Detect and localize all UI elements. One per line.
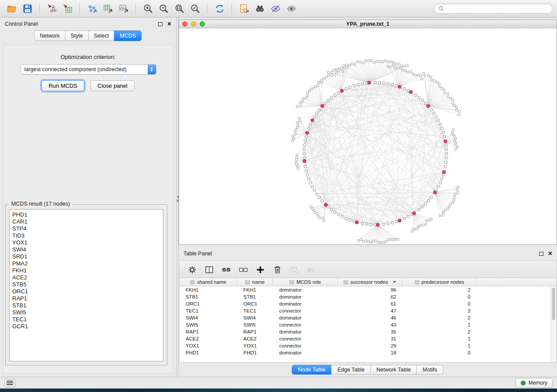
export-network-button[interactable] — [85, 2, 99, 15]
tab-select[interactable]: Select — [88, 31, 115, 41]
mcds-result-item[interactable]: SWI4 — [10, 246, 163, 253]
table-scrollbar[interactable] — [550, 287, 556, 362]
memory-label: Memory — [529, 380, 547, 386]
cell-predecessor-nodes: 1 — [402, 321, 477, 328]
hide-selected-button[interactable] — [268, 2, 283, 15]
table-row[interactable]: STB1STB1dominator620 — [180, 293, 556, 300]
column-header-predecessor-nodes[interactable]: predecessor nodes — [402, 278, 477, 286]
find-button[interactable] — [253, 2, 267, 15]
cell-predecessor-nodes: 0 — [402, 300, 477, 307]
table-row[interactable]: FKH1FKH1dominator962 — [180, 286, 556, 293]
zoom-selected-button[interactable] — [188, 2, 202, 15]
cell-name: PHD1 — [237, 349, 273, 356]
svg-text:f(x): f(x) — [308, 267, 315, 273]
export-table-button[interactable] — [100, 2, 115, 15]
memory-status-icon — [521, 381, 526, 385]
table-row[interactable]: RAP1RAP1dominator352 — [180, 328, 556, 335]
float-panel-icon[interactable] — [158, 22, 163, 26]
mcds-result-item[interactable]: PHD1 — [10, 211, 163, 218]
delete-columns-button[interactable] — [271, 263, 284, 276]
maximize-window-icon[interactable] — [200, 21, 205, 27]
delete-table-icon — [290, 265, 299, 275]
mcds-result-item[interactable]: STB5 — [10, 281, 163, 288]
table-row[interactable]: TEC1TEC1connector472 — [180, 307, 556, 314]
menu-icon[interactable] — [4, 379, 15, 387]
create-column-button[interactable] — [254, 263, 267, 276]
mcds-result-item[interactable]: FKH1 — [10, 267, 163, 274]
network-window: YPA_prune.txt_1 — [179, 20, 557, 245]
tab-edge-table[interactable]: Edge Table — [331, 365, 370, 375]
float-table-panel-icon[interactable] — [539, 252, 543, 256]
export-image-button[interactable] — [116, 2, 131, 15]
show-all-button[interactable] — [284, 2, 298, 15]
table-row[interactable]: SWI4SWI4dominator462 — [180, 314, 556, 321]
mcds-result-item[interactable]: RAP1 — [10, 295, 163, 302]
tab-network[interactable]: Network — [34, 31, 66, 41]
column-header-shared-name[interactable]: shared name — [180, 278, 237, 286]
column-header-successor-nodes[interactable]: successor nodes — [338, 278, 402, 286]
tab-node-table[interactable]: Node Table — [292, 365, 332, 375]
mcds-result-item[interactable]: GCR1 — [10, 323, 163, 330]
tab-network-table[interactable]: Network Table — [370, 365, 417, 375]
column-label: MCDS role — [296, 279, 321, 285]
search-box[interactable] — [434, 3, 553, 14]
close-panel-icon[interactable]: × — [167, 21, 171, 27]
mcds-result-item[interactable]: STP4 — [10, 225, 163, 232]
mcds-result-item[interactable]: TEC1 — [10, 316, 163, 323]
cell-successor-nodes: 96 — [338, 286, 402, 293]
network-title: YPA_prune.txt_1 — [179, 21, 557, 27]
tab-motifs[interactable]: Motifs — [416, 365, 443, 375]
mcds-result-item[interactable]: PMA2 — [10, 260, 163, 267]
control-panel: Control Panel × NetworkStyleSelectMCDS O… — [0, 17, 176, 377]
network-graph[interactable] — [179, 28, 557, 244]
memory-button[interactable]: Memory — [515, 378, 553, 388]
apply-layout-button[interactable] — [212, 2, 227, 15]
column-label: name — [252, 279, 265, 285]
mcds-result-item[interactable]: ACE2 — [10, 274, 163, 281]
close-panel-button[interactable]: Close panel — [90, 80, 135, 91]
search-input[interactable] — [446, 6, 548, 12]
column-header-MCDS-role[interactable]: MCDS role — [273, 278, 338, 286]
import-network-button[interactable] — [45, 2, 59, 15]
close-table-panel-icon[interactable]: × — [548, 251, 552, 256]
mcds-result-item[interactable]: STB1 — [10, 302, 163, 309]
zoom-fit-button[interactable] — [172, 2, 187, 15]
clone-network-icon — [239, 3, 249, 14]
zoom-in-button[interactable] — [141, 2, 155, 15]
hide-columns-button[interactable] — [237, 263, 250, 276]
scrollbar-thumb[interactable] — [552, 288, 555, 320]
network-window-titlebar[interactable]: YPA_prune.txt_1 — [179, 20, 557, 28]
table-row[interactable]: YOX1YOX1connector291 — [180, 342, 556, 349]
table-row[interactable]: ORC1ORC1dominator610 — [180, 300, 556, 307]
table-row[interactable]: SWI5SWI5connector431 — [180, 321, 556, 328]
run-mcds-button[interactable]: Run MCDS — [42, 80, 84, 91]
cell-predecessor-nodes: 2 — [402, 328, 477, 335]
mcds-result-item[interactable]: TID3 — [10, 232, 163, 239]
tab-mcds[interactable]: MCDS — [114, 31, 142, 41]
mcds-result-item[interactable]: SRD1 — [10, 253, 163, 260]
show-columns-button[interactable] — [220, 263, 233, 276]
save-session-button[interactable] — [20, 2, 35, 15]
create-column-icon — [256, 265, 265, 275]
toolbar-separator — [135, 3, 136, 14]
table-settings-button[interactable] — [186, 263, 199, 276]
network-canvas[interactable] — [179, 28, 557, 244]
mcds-result-item[interactable]: ORC1 — [10, 288, 163, 295]
column-header-name[interactable]: name — [237, 278, 273, 286]
cell-shared-name: ORC1 — [180, 300, 237, 307]
clone-network-button[interactable] — [237, 2, 251, 15]
close-window-icon[interactable] — [182, 21, 187, 27]
open-file-button[interactable] — [4, 2, 19, 15]
zoom-out-button[interactable] — [156, 2, 171, 15]
split-panel-button[interactable] — [203, 263, 216, 276]
tab-style[interactable]: Style — [65, 31, 89, 41]
criterion-dropdown[interactable]: largest connected component (undirected) — [20, 64, 156, 75]
import-table-button[interactable] — [60, 2, 75, 15]
table-row[interactable]: PHD1PHD1dominator180 — [180, 349, 556, 356]
mcds-result-item[interactable]: SWI5 — [10, 309, 163, 316]
mcds-result-item[interactable]: YOX1 — [10, 239, 163, 246]
table-row[interactable]: ACE2ACE2connector311 — [180, 335, 556, 342]
mcds-result-list[interactable]: PHD1CAR1STP4TID3YOX1SWI4SRD1PMA2FKH1ACE2… — [9, 209, 163, 361]
mcds-result-item[interactable]: CAR1 — [10, 218, 163, 225]
minimize-window-icon[interactable] — [191, 21, 196, 27]
